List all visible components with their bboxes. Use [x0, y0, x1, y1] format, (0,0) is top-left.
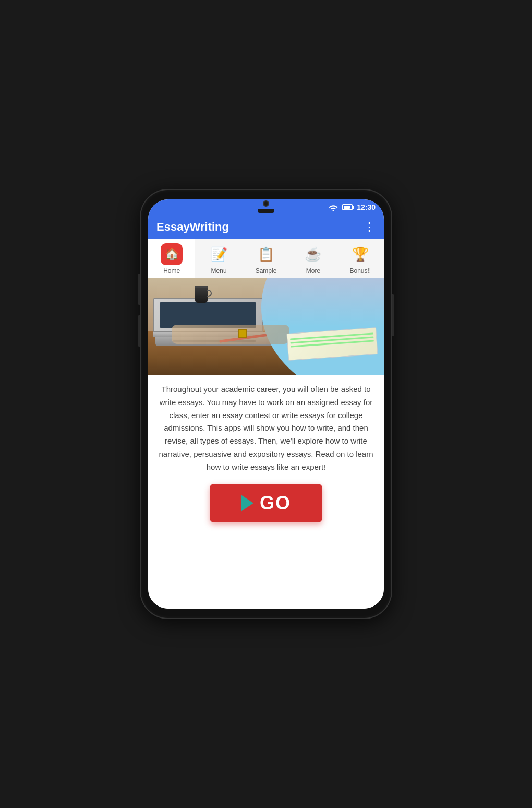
watch [238, 329, 247, 338]
menu-icon: 📝 [211, 246, 227, 263]
battery-icon [342, 204, 353, 210]
phone-device: 12:30 EssayWriting ⋮ 🏠 Home 📝 Menu [141, 190, 391, 618]
more-icon: ☕ [305, 246, 321, 263]
go-button-label: GO [260, 492, 291, 514]
svg-point-0 [333, 210, 334, 211]
navigation-tabs: 🏠 Home 📝 Menu 📋 Sample ☕ Mo [148, 239, 384, 278]
wifi-icon [329, 204, 338, 211]
bonus-tab-label: Bonus!! [349, 267, 371, 275]
app-title: EssayWriting [156, 220, 229, 234]
home-tab-label: Home [163, 267, 180, 275]
tab-sample[interactable]: 📋 Sample [243, 239, 289, 278]
desk-scene [148, 278, 384, 375]
sample-tab-label: Sample [256, 267, 277, 275]
home-icon: 🏠 [165, 247, 179, 261]
tab-bonus[interactable]: 🏆 Bonus!! [337, 239, 384, 278]
play-arrow-icon [241, 495, 253, 512]
menu-tab-label: Menu [211, 267, 227, 275]
hands [172, 325, 289, 344]
more-tab-label: More [306, 267, 320, 275]
phone-top-deco [258, 200, 274, 213]
description-text: Throughout your academic career, you wil… [159, 383, 373, 473]
phone-screen: 12:30 EssayWriting ⋮ 🏠 Home 📝 Menu [148, 199, 384, 609]
tab-more[interactable]: ☕ More [289, 239, 336, 278]
menu-tab-icon-wrap: 📝 [208, 243, 230, 265]
hero-image [148, 278, 384, 375]
home-tab-icon-wrap: 🏠 [161, 243, 183, 265]
content-area: Throughout your academic career, you wil… [148, 375, 384, 609]
front-camera [263, 200, 269, 207]
sample-tab-icon-wrap: 📋 [255, 243, 277, 265]
more-tab-icon-wrap: ☕ [302, 243, 324, 265]
tab-menu[interactable]: 📝 Menu [195, 239, 242, 278]
bonus-tab-icon-wrap: 🏆 [349, 243, 371, 265]
go-button[interactable]: GO [210, 484, 322, 522]
tab-home[interactable]: 🏠 Home [148, 239, 195, 278]
status-time: 12:30 [357, 203, 376, 211]
earpiece [258, 209, 274, 213]
bonus-icon: 🏆 [352, 246, 369, 263]
coffee-cup [195, 286, 210, 307]
app-bar: EssayWriting ⋮ [148, 215, 384, 239]
sample-icon: 📋 [258, 246, 274, 263]
overflow-menu-button[interactable]: ⋮ [364, 221, 376, 233]
